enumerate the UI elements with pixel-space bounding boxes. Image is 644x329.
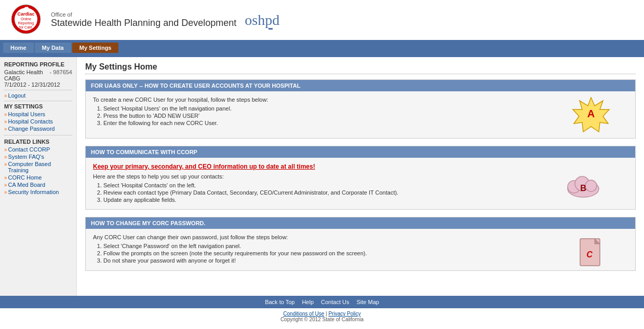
svg-text:C: C <box>23 5 29 13</box>
my-settings-title: MY SETTINGS <box>4 103 72 109</box>
hospital-contacts-label: Hospital Contacts <box>8 118 53 125</box>
sidebar-hospital-contacts[interactable]: » Hospital Contacts <box>4 118 72 125</box>
hospital-name: Galactic Health - 987654 <box>4 69 72 75</box>
section1-steps: Select 'Hospital Users' on the left navi… <box>93 105 628 126</box>
section2-highlight: Keep your primary, secondary, and CEO in… <box>93 163 628 170</box>
conditions-link[interactable]: Conditions of Use <box>283 311 324 317</box>
section2-intro: Here are the steps to help you set up yo… <box>93 173 628 180</box>
page-title: My Settings Home <box>85 62 636 74</box>
bullet-icon1: » <box>4 154 7 160</box>
footer-site-map[interactable]: Site Map <box>356 299 379 305</box>
svg-text:A: A <box>587 108 595 119</box>
hospital-users-label: Hospital Users <box>8 111 46 117</box>
svg-text:Reporting: Reporting <box>18 21 34 25</box>
sidebar: REPORTING PROFILE Galactic Health - 9876… <box>0 57 77 296</box>
svg-text:C: C <box>586 250 593 259</box>
footer-contact-us[interactable]: Contact Us <box>321 299 349 305</box>
org-line1: Office of <box>51 11 236 18</box>
callout-c: C <box>578 237 604 272</box>
callout-b: B <box>562 168 604 201</box>
section-password-header: HOW TO CHANGE MY CORC PASSWORD. <box>86 217 635 229</box>
list-item: Update any applicable fields. <box>103 197 628 203</box>
logout-link[interactable]: » Logout <box>4 92 72 99</box>
section-uaas: FOR UAAS ONLY -- HOW TO CREATE USER ACCO… <box>85 79 636 139</box>
sidebar-divider1 <box>4 90 72 90</box>
nav-mysettings[interactable]: My Settings <box>72 43 119 53</box>
section2-steps: Select 'Hospital Contacts' on the left. … <box>93 182 628 203</box>
header: Cardiac Online Reporting for Calif. C Of… <box>0 0 644 41</box>
sidebar-corc-home[interactable]: » CORC Home <box>4 174 72 181</box>
bullet-icon4: » <box>4 182 7 188</box>
svg-point-12 <box>585 180 597 191</box>
list-item: Press the button to 'ADD NEW USER' <box>103 113 628 119</box>
section-ccorp: HOW TO COMMUNICATE WITH CCORP Keep your … <box>85 146 636 210</box>
change-password-label: Change Password <box>8 126 55 132</box>
oshpd-logo: oshpd <box>245 12 279 29</box>
footer-main: Back to Top Help Contact Us Site Map <box>0 296 644 308</box>
content-area: My Settings Home FOR UAAS ONLY -- HOW TO… <box>77 57 644 296</box>
bullet-icon2: » <box>4 161 7 167</box>
bullet-icon3: » <box>4 175 7 181</box>
list-item: Select 'Hospital Users' on the left navi… <box>103 105 628 112</box>
arrow-icon2: » <box>4 119 7 125</box>
facility-code: CABG <box>4 75 72 81</box>
nav-home[interactable]: Home <box>3 43 34 53</box>
section-ccorp-header: HOW TO COMMUNICATE WITH CCORP <box>86 146 635 158</box>
footer-help[interactable]: Help <box>302 299 314 305</box>
org-name: Statewide Health Planning and Developmen… <box>51 18 236 29</box>
section-uaas-header: FOR UAAS ONLY -- HOW TO CREATE USER ACCO… <box>86 80 635 91</box>
logout-arrow: » <box>4 93 7 99</box>
section-password-body: Any CORC User can change their own passw… <box>86 229 635 270</box>
sidebar-ca-med-board[interactable]: » CA Med Board <box>4 182 72 188</box>
sidebar-divider2 <box>4 101 72 101</box>
nav-mydata[interactable]: My Data <box>35 43 71 53</box>
list-item: Enter the following for each new CORC Us… <box>103 120 628 126</box>
sidebar-divider3 <box>4 135 72 135</box>
footer-sub: Conditions of Use | Privacy Policy Copyr… <box>0 308 644 325</box>
section-password: HOW TO CHANGE MY CORC PASSWORD. Any CORC… <box>85 217 636 271</box>
list-item: Select 'Hospital Contacts' on the left. <box>103 182 628 188</box>
svg-text:B: B <box>580 184 586 193</box>
sidebar-system-faqs[interactable]: » System FAQ's <box>4 154 72 160</box>
logout-label: Logout <box>8 92 26 99</box>
logo: Cardiac Online Reporting for Calif. C <box>7 4 45 36</box>
bullet-icon0: » <box>4 147 7 153</box>
section-ccorp-body: Keep your primary, secondary, and CEO in… <box>86 158 635 209</box>
svg-text:Online: Online <box>21 17 31 21</box>
sidebar-computer-based-training[interactable]: » Computer Based Training <box>4 161 72 173</box>
date-range: 7/1/2012 - 12/31/2012 <box>4 81 72 88</box>
arrow-icon: » <box>4 112 7 117</box>
sidebar-change-password[interactable]: » Change Password <box>4 126 72 132</box>
sidebar-hospital-users[interactable]: » Hospital Users <box>4 111 72 117</box>
copyright-text: Copyright © 2012 State of California <box>280 317 364 322</box>
section3-steps: Select 'Change Password' on the left nav… <box>93 243 628 264</box>
navbar: Home My Data My Settings <box>0 41 644 54</box>
reporting-profile-title: REPORTING PROFILE <box>4 61 72 67</box>
footer-back-to-top[interactable]: Back to Top <box>265 299 294 305</box>
sidebar-security-information[interactable]: » Security Information <box>4 189 72 195</box>
svg-text:for Calif.: for Calif. <box>19 25 33 29</box>
callout-a: A <box>568 97 614 140</box>
list-item: Follow the prompts on the screen (note t… <box>103 250 628 256</box>
section3-intro: Any CORC User can change their own passw… <box>93 234 628 240</box>
list-item: Select 'Change Password' on the left nav… <box>103 243 628 249</box>
arrow-icon3: » <box>4 126 7 132</box>
privacy-link[interactable]: Privacy Policy <box>328 311 360 317</box>
main-layout: REPORTING PROFILE Galactic Health - 9876… <box>0 57 644 296</box>
list-item: Review each contact type (Primary Data C… <box>103 189 628 196</box>
related-links-title: RELATED LINKS <box>4 139 72 145</box>
org-title: Office of Statewide Health Planning and … <box>51 11 236 29</box>
bullet-icon5: » <box>4 189 7 195</box>
footer-links: Back to Top Help Contact Us Site Map <box>3 299 641 305</box>
section-uaas-body: To create a new CORC User for your hospi… <box>86 91 635 138</box>
sidebar-contact-ccorp[interactable]: » Contact CCORP <box>4 146 72 153</box>
list-item: Do not share your password with anyone o… <box>103 257 628 264</box>
section1-intro: To create a new CORC User for your hospi… <box>93 97 628 103</box>
